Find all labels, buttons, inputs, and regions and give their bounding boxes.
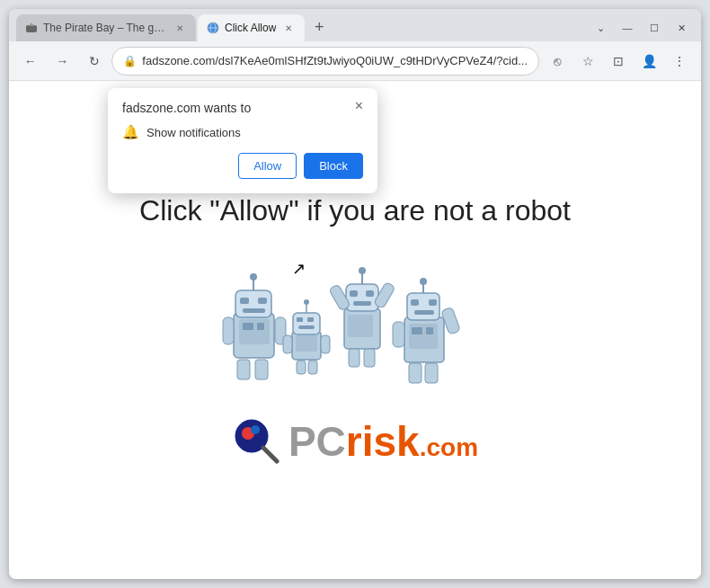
menu-button[interactable]: ⋮ bbox=[665, 47, 694, 76]
svg-rect-55 bbox=[393, 322, 404, 347]
minimize-btn[interactable]: — bbox=[615, 18, 640, 38]
svg-point-22 bbox=[304, 299, 309, 305]
svg-rect-51 bbox=[412, 327, 422, 334]
popup-buttons: Allow Block bbox=[122, 153, 363, 179]
svg-line-60 bbox=[263, 448, 277, 461]
svg-marker-1 bbox=[29, 22, 34, 26]
svg-rect-26 bbox=[296, 335, 317, 352]
svg-rect-10 bbox=[258, 298, 267, 304]
robots-illustration bbox=[216, 245, 494, 389]
tab1-close-btn[interactable]: ✕ bbox=[173, 21, 187, 35]
split-view-button[interactable]: ⊡ bbox=[604, 47, 633, 76]
notification-popup: fadszone.com wants to × 🔔 Show notificat… bbox=[108, 88, 377, 193]
content-area: fadszone.com wants to × 🔔 Show notificat… bbox=[9, 81, 701, 579]
svg-rect-11 bbox=[243, 308, 265, 313]
back-button[interactable]: ← bbox=[16, 47, 44, 76]
close-btn[interactable]: ✕ bbox=[669, 18, 694, 38]
popup-close-button[interactable]: × bbox=[355, 99, 363, 113]
svg-rect-6 bbox=[235, 290, 271, 317]
pcrisk-text: PCrisk.com bbox=[288, 417, 478, 466]
window-controls: ⌄ — ☐ ✕ bbox=[588, 18, 694, 38]
pcrisk-logo: PCrisk.com bbox=[232, 416, 478, 466]
tab-bar: The Pirate Bay – The galaxy's mo... ✕ Cl… bbox=[9, 9, 701, 41]
svg-rect-36 bbox=[366, 290, 374, 297]
block-button[interactable]: Block bbox=[304, 153, 363, 179]
svg-point-59 bbox=[251, 425, 260, 434]
lock-icon: 🔒 bbox=[123, 55, 137, 67]
svg-point-46 bbox=[420, 278, 427, 285]
page-content: Click "Allow" if you are not a robot bbox=[139, 194, 571, 466]
dotcom-text: .com bbox=[420, 433, 478, 461]
svg-rect-20 bbox=[293, 313, 320, 334]
tab2-close-btn[interactable]: ✕ bbox=[281, 21, 296, 35]
tab2-title: Click Allow bbox=[225, 22, 276, 34]
svg-rect-15 bbox=[237, 360, 250, 379]
maximize-btn[interactable]: ☐ bbox=[642, 18, 667, 38]
svg-rect-35 bbox=[350, 290, 358, 297]
svg-rect-0 bbox=[26, 25, 37, 32]
main-heading: Click "Allow" if you are not a robot bbox=[139, 194, 571, 227]
address-bar[interactable]: 🔒 fadszone.com/dsl7KeAe0mlSHfZt9tJwiyoQ0… bbox=[111, 47, 539, 76]
bookmark-button[interactable]: ☆ bbox=[573, 47, 602, 76]
bell-icon: 🔔 bbox=[122, 124, 139, 140]
svg-rect-27 bbox=[297, 361, 306, 374]
svg-rect-32 bbox=[346, 284, 378, 311]
tab1-favicon bbox=[25, 22, 38, 34]
svg-rect-53 bbox=[409, 363, 422, 383]
profile-button[interactable]: 👤 bbox=[635, 47, 663, 76]
svg-rect-25 bbox=[298, 325, 315, 329]
address-text: fadszone.com/dsl7KeAe0mlSHfZt9tJwiyoQ0iU… bbox=[142, 54, 528, 67]
popup-notification-label: Show notifications bbox=[146, 126, 241, 139]
svg-rect-23 bbox=[297, 317, 303, 322]
svg-rect-24 bbox=[307, 317, 314, 322]
popup-notification-row: 🔔 Show notifications bbox=[122, 124, 363, 140]
svg-rect-28 bbox=[308, 361, 317, 374]
tab-2[interactable]: Click Allow ✕ bbox=[198, 14, 305, 41]
browser-window: The Pirate Bay – The galaxy's mo... ✕ Cl… bbox=[9, 9, 701, 579]
tab-1[interactable]: The Pirate Bay – The galaxy's mo... ✕ bbox=[16, 14, 196, 41]
svg-rect-39 bbox=[349, 349, 359, 367]
svg-rect-29 bbox=[283, 335, 292, 353]
svg-rect-44 bbox=[407, 293, 439, 320]
svg-rect-49 bbox=[414, 310, 434, 315]
popup-title: fadszone.com wants to bbox=[122, 101, 251, 115]
tab1-title: The Pirate Bay – The galaxy's mo... bbox=[43, 22, 167, 34]
pcrisk-icon bbox=[232, 416, 281, 466]
svg-rect-14 bbox=[257, 323, 264, 330]
svg-rect-40 bbox=[364, 349, 375, 367]
svg-point-34 bbox=[359, 267, 366, 274]
allow-button[interactable]: Allow bbox=[238, 153, 297, 179]
tab2-favicon bbox=[207, 22, 219, 34]
popup-header: fadszone.com wants to × bbox=[122, 101, 363, 115]
svg-rect-17 bbox=[223, 317, 234, 344]
svg-rect-30 bbox=[321, 335, 330, 353]
svg-rect-48 bbox=[429, 299, 437, 306]
risk-text: risk bbox=[346, 418, 420, 465]
svg-rect-16 bbox=[255, 360, 268, 379]
share-button[interactable]: ⎋ bbox=[543, 47, 572, 76]
svg-rect-52 bbox=[426, 327, 433, 334]
robots-svg bbox=[216, 245, 494, 389]
new-tab-button[interactable]: + bbox=[306, 14, 332, 40]
svg-rect-54 bbox=[425, 363, 438, 383]
svg-rect-9 bbox=[240, 298, 249, 304]
nav-bar: ← → ↻ 🔒 fadszone.com/dsl7KeAe0mlSHfZt9tJ… bbox=[9, 41, 701, 81]
svg-rect-13 bbox=[243, 323, 253, 330]
svg-rect-37 bbox=[353, 301, 371, 306]
svg-point-8 bbox=[250, 273, 257, 281]
reload-button[interactable]: ↻ bbox=[80, 47, 108, 76]
svg-rect-38 bbox=[348, 315, 373, 337]
pc-text: PC bbox=[288, 418, 346, 465]
nav-right-buttons: ⎋ ☆ ⊡ 👤 ⋮ bbox=[543, 47, 694, 76]
forward-button[interactable]: → bbox=[48, 47, 75, 76]
tab-dropdown-btn[interactable]: ⌄ bbox=[588, 18, 613, 38]
svg-rect-47 bbox=[411, 299, 419, 306]
